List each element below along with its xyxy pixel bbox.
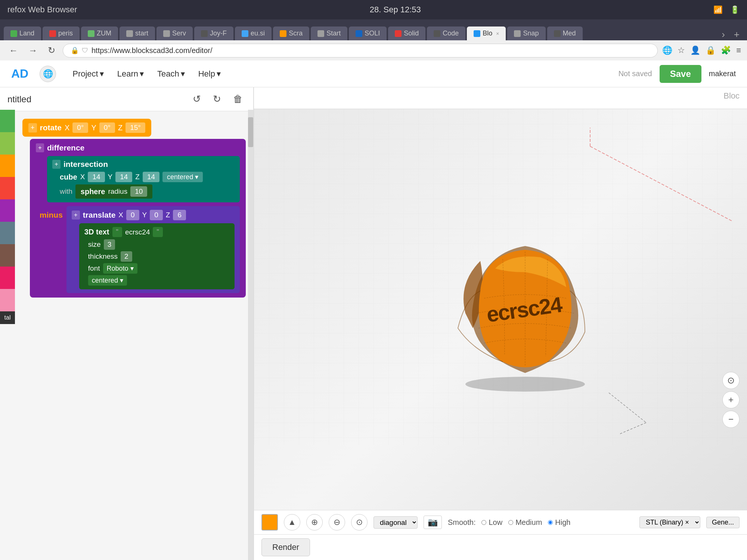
rotate-x-value[interactable]: 0° [72, 122, 88, 133]
tab-joy[interactable]: Joy-F [194, 27, 233, 40]
translate-plus-icon[interactable]: + [72, 211, 80, 220]
size-label: size [88, 240, 101, 249]
text3d-block[interactable]: 3D text " ecrsc24 " size 3 [79, 223, 235, 289]
tab-solid[interactable]: Solid [388, 27, 425, 40]
translate-y-value[interactable]: 0 [150, 210, 163, 220]
tab-soli[interactable]: SOLI [349, 27, 387, 40]
sphere-block[interactable]: sphere radius 10 [75, 184, 152, 199]
reload-button[interactable]: ↻ [45, 44, 58, 57]
palette-blue-grey[interactable] [0, 222, 15, 244]
tab-start[interactable]: start [120, 27, 155, 40]
render-button[interactable]: Render [261, 538, 310, 556]
help-menu[interactable]: Help ▾ [193, 67, 226, 81]
translate-block[interactable]: + translate X 0 Y 0 Z 6 [66, 206, 240, 293]
intersection-plus-icon[interactable]: + [52, 160, 61, 169]
palette-red[interactable] [0, 177, 15, 199]
address-bar: ← → ↻ 🔒 🛡 https://www.blockscad3d.com/ed… [0, 40, 747, 60]
more-tabs-icon[interactable]: › [718, 29, 729, 40]
menu-icon[interactable]: ≡ [736, 46, 741, 55]
globe-button[interactable]: 🌐 [40, 66, 56, 82]
tab-peris[interactable]: peris [43, 27, 80, 40]
palette-light-green[interactable] [0, 132, 15, 155]
teach-menu[interactable]: Teach ▾ [152, 67, 190, 81]
cube-y-label: Y [108, 173, 113, 181]
wifi-icon: 📶 [713, 5, 723, 14]
translate-z-value[interactable]: 6 [173, 210, 186, 220]
translate-icon[interactable]: 🌐 [662, 46, 672, 55]
save-button[interactable]: Save [660, 65, 701, 83]
lock-icon2[interactable]: 🔒 [706, 46, 716, 55]
font-dropdown[interactable]: Roboto ▾ [103, 263, 137, 274]
new-tab-icon[interactable]: + [730, 29, 743, 40]
translate-x-value[interactable]: 0 [126, 210, 139, 220]
cube-centered-dropdown[interactable]: centered ▾ [162, 172, 203, 182]
palette-purple[interactable] [0, 199, 15, 222]
rotate-plus-icon[interactable]: + [28, 123, 37, 133]
ext-icon[interactable]: 🧩 [721, 46, 731, 55]
palette-orange[interactable] [0, 155, 15, 177]
sphere-radius-value[interactable]: 10 [130, 186, 147, 197]
palette-brown[interactable] [0, 244, 15, 267]
triangle-view-button[interactable]: ▲ [284, 514, 300, 531]
rotate-block[interactable]: + rotate X 0° Y 0° Z 15° [22, 119, 151, 137]
tab-scra[interactable]: Scra [273, 27, 309, 40]
tab-land[interactable]: Land [4, 27, 41, 40]
tab-blo[interactable]: Blo × [467, 27, 506, 40]
smooth-medium-radio[interactable] [508, 520, 513, 525]
forward-button[interactable]: → [25, 44, 40, 57]
difference-plus-icon[interactable]: + [36, 143, 44, 152]
project-menu[interactable]: Project ▾ [67, 67, 109, 81]
viewport-toolbar [254, 87, 747, 109]
address-input[interactable]: 🔒 🛡 https://www.blockscad3d.com/editor/ [63, 44, 658, 57]
rotate-z-value[interactable]: 15° [125, 122, 145, 133]
profile-icon[interactable]: 👤 [690, 46, 700, 55]
smooth-high-radio[interactable] [548, 520, 553, 525]
centered-dropdown[interactable]: centered ▾ [88, 275, 127, 286]
color-picker-box[interactable] [261, 514, 278, 531]
star-icon[interactable]: ☆ [678, 46, 685, 55]
view-diagonal-select[interactable]: diagonal [374, 516, 418, 529]
stl-format-select[interactable]: STL (Binary) × [639, 516, 700, 528]
learn-menu[interactable]: Learn ▾ [112, 67, 149, 81]
zoom-out-button[interactable]: − [722, 411, 740, 428]
rotate-y-value[interactable]: 0° [99, 122, 115, 133]
back-button[interactable]: ← [6, 44, 21, 57]
palette-extra[interactable]: tal [0, 311, 15, 324]
palette-light-pink[interactable] [0, 289, 15, 311]
palette-green[interactable] [0, 110, 15, 132]
center-button[interactable]: ⊙ [722, 372, 740, 389]
smooth-high-option[interactable]: High [548, 518, 570, 527]
os-title: refox Web Browser [7, 5, 77, 15]
tab-start2[interactable]: Start [311, 27, 347, 40]
tab-eu[interactable]: eu.si [235, 27, 272, 40]
smooth-low-radio[interactable] [481, 520, 486, 525]
radio-button-view[interactable]: ⊙ [351, 514, 368, 531]
smooth-low-option[interactable]: Low [481, 518, 502, 527]
cube-x-value[interactable]: 14 [88, 172, 105, 182]
tab-zum[interactable]: ZUM [81, 27, 118, 40]
thickness-value[interactable]: 2 [121, 251, 132, 262]
intersection-block[interactable]: + intersection cube X 14 Y 14 Z 14 [47, 156, 240, 202]
blocks-scrollbar[interactable] [248, 110, 253, 560]
text3d-value: ecrsc24 [125, 228, 150, 236]
palette-pink[interactable] [0, 267, 15, 289]
cube-y-value[interactable]: 14 [115, 172, 132, 182]
cube-z-value[interactable]: 14 [143, 172, 159, 182]
undo-button[interactable]: ↺ [190, 92, 204, 106]
delete-button[interactable]: 🗑 [230, 92, 246, 106]
blocks-scrollbar-thumb[interactable] [248, 117, 253, 147]
smooth-medium-option[interactable]: Medium [508, 518, 542, 527]
camera-button[interactable]: 📷 [424, 516, 442, 529]
tab-code[interactable]: Code [427, 27, 465, 40]
zoom-out-circle-button[interactable]: ⊖ [329, 514, 345, 531]
zoom-in-circle-button[interactable]: ⊕ [306, 514, 323, 531]
size-value[interactable]: 3 [104, 239, 115, 250]
zoom-in-button[interactable]: + [722, 391, 740, 408]
generate-button[interactable]: Gene... [706, 517, 740, 528]
redo-button[interactable]: ↻ [210, 92, 224, 106]
tab-close-blo[interactable]: × [496, 31, 499, 37]
tab-med[interactable]: Med [547, 27, 583, 40]
tab-serv[interactable]: Serv [156, 27, 193, 40]
tab-snap[interactable]: Snap [507, 27, 545, 40]
difference-block[interactable]: + difference + intersection cube X [30, 139, 246, 298]
